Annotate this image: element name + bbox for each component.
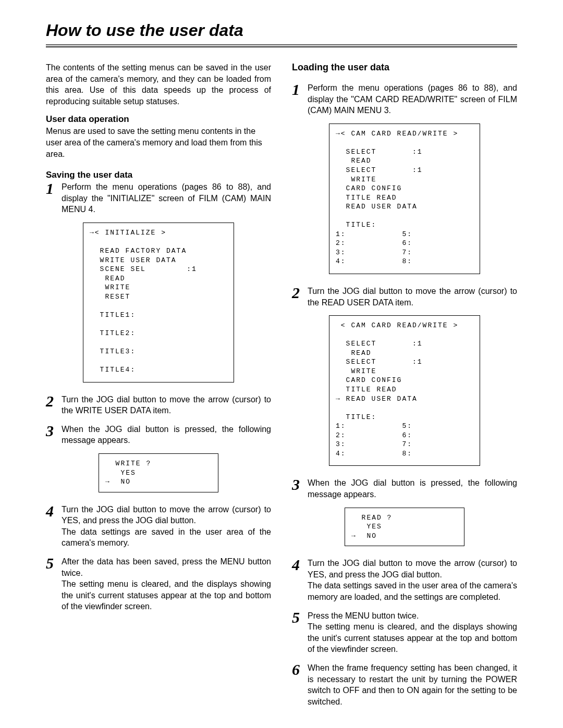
- page-title: How to use the user data: [46, 21, 517, 43]
- step-number-icon: 4: [46, 504, 57, 518]
- loading-heading: Loading the user data: [292, 62, 517, 73]
- loading-step-4: 4 Turn the JOG dial button to move the a…: [292, 558, 517, 602]
- screen-initialize-wrap: →< INITIALIZE > READ FACTORY DATA WRITE …: [46, 223, 271, 382]
- step-text: Turn the JOG dial button to move the arr…: [62, 504, 271, 549]
- step-number-icon: 5: [292, 610, 303, 624]
- saving-step-1: 1 Perform the menu operations (pages 86 …: [46, 181, 271, 215]
- left-column: The contents of the setting menus can be…: [46, 62, 271, 714]
- loading-step-6: 6 When the frame frequency setting has b…: [292, 662, 517, 707]
- step-number-icon: 5: [46, 556, 57, 570]
- user-data-op-body: Menus are used to save the setting menu …: [46, 126, 271, 159]
- step-text: After the data has been saved, press the…: [62, 556, 271, 612]
- loading-step-3: 3 When the JOG dial button is pressed, t…: [292, 477, 517, 500]
- step-number-icon: 3: [292, 477, 303, 491]
- step-text: Turn the JOG dial button to move the arr…: [308, 558, 517, 602]
- step-number-icon: 2: [46, 394, 57, 408]
- saving-step-2: 2 Turn the JOG dial button to move the a…: [46, 394, 271, 416]
- intro-text: The contents of the setting menus can be…: [46, 62, 271, 107]
- header-rule: [46, 46, 517, 47]
- screen-cam2-wrap: < CAM CARD READ/WRITE > SELECT :1 READ S…: [292, 315, 517, 466]
- screen-write-prompt-wrap: WRITE ? YES → NO: [46, 453, 271, 492]
- step-number-icon: 1: [292, 82, 303, 96]
- step-text: When the frame frequency setting has bee…: [308, 662, 517, 707]
- step-text: Turn the JOG dial button to move the arr…: [62, 394, 271, 416]
- step-number-icon: 3: [46, 424, 57, 438]
- step-number-icon: 4: [292, 558, 303, 572]
- step-number-icon: 1: [46, 181, 57, 195]
- page: How to use the user data The contents of…: [0, 0, 563, 728]
- loading-step-1: 1 Perform the menu operations (pages 86 …: [292, 82, 517, 116]
- step-text: Perform the menu operations (pages 86 to…: [62, 181, 271, 215]
- step-text: Turn the JOG dial button to move the arr…: [308, 286, 517, 308]
- screen-initialize: →< INITIALIZE > READ FACTORY DATA WRITE …: [83, 223, 234, 382]
- user-data-op-heading: User data operation: [46, 114, 271, 125]
- saving-heading: Saving the user data: [46, 170, 271, 180]
- step-text: When the JOG dial button is pressed, the…: [62, 424, 271, 446]
- title-row: How to use the user data: [46, 21, 517, 45]
- screen-cam1-wrap: →< CAM CARD READ/WRITE > SELECT :1 READ …: [292, 124, 517, 274]
- step-text: When the JOG dial button is pressed, the…: [308, 477, 517, 500]
- screen-read-prompt: READ ? YES → NO: [345, 508, 464, 547]
- screen-write-prompt: WRITE ? YES → NO: [99, 453, 218, 492]
- content-columns: The contents of the setting menus can be…: [46, 62, 517, 714]
- step-number-icon: 6: [292, 662, 303, 676]
- saving-step-4: 4 Turn the JOG dial button to move the a…: [46, 504, 271, 549]
- step-number-icon: 2: [292, 286, 303, 300]
- step-text: Perform the menu operations (pages 86 to…: [308, 82, 517, 116]
- saving-step-5: 5 After the data has been saved, press t…: [46, 556, 271, 612]
- saving-step-3: 3 When the JOG dial button is pressed, t…: [46, 424, 271, 446]
- loading-step-2: 2 Turn the JOG dial button to move the a…: [292, 286, 517, 308]
- screen-cam-card-1: →< CAM CARD READ/WRITE > SELECT :1 READ …: [329, 124, 480, 274]
- screen-cam-card-2: < CAM CARD READ/WRITE > SELECT :1 READ S…: [329, 315, 480, 466]
- screen-read-prompt-wrap: READ ? YES → NO: [292, 508, 517, 547]
- loading-step-5: 5 Press the MENU button twice. The setti…: [292, 610, 517, 655]
- right-column: Loading the user data 1 Perform the menu…: [292, 62, 517, 714]
- step-text: Press the MENU button twice. The setting…: [308, 610, 517, 655]
